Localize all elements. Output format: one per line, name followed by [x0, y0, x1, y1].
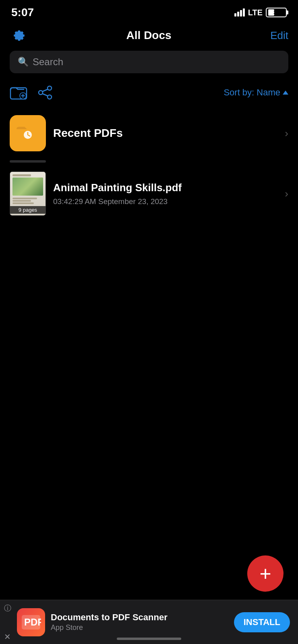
battery-icon: 37	[266, 8, 287, 17]
page-title: All Docs	[126, 29, 172, 42]
list-item[interactable]: 9 pages Animal Painting Skills.pdf 03:42…	[0, 166, 298, 221]
svg-line-7	[43, 89, 48, 91]
pages-badge: 9 pages	[10, 206, 46, 214]
svg-point-4	[48, 86, 52, 90]
search-container: 🔍 Search	[0, 51, 298, 81]
ad-text: Documents to PDF Scanner App Store	[51, 612, 228, 632]
file-list: Recent PDFs › 9 pages Animal Painting Sk…	[0, 109, 298, 221]
battery-level: 37	[273, 10, 279, 15]
status-icons: LTE 37	[234, 8, 287, 17]
status-bar: 5:07 LTE 37	[0, 0, 298, 23]
svg-point-5	[39, 91, 43, 95]
share-button[interactable]	[37, 85, 53, 101]
ad-install-button[interactable]: INSTALL	[234, 612, 290, 632]
ad-app-name: Documents to PDF Scanner	[51, 612, 228, 623]
file-name: Animal Painting Skills.pdf	[53, 181, 277, 195]
folder-icon	[10, 115, 46, 151]
ad-info-icon: ⓘ	[4, 603, 11, 613]
search-icon: 🔍	[18, 57, 29, 67]
add-document-button[interactable]: +	[247, 555, 284, 592]
file-meta: 03:42:29 AM September 23, 2023	[53, 197, 277, 206]
edit-button[interactable]: Edit	[270, 29, 288, 42]
folder-add-icon	[10, 84, 27, 101]
folder-info: Recent PDFs	[53, 127, 277, 140]
settings-button[interactable]	[10, 27, 27, 44]
ad-app-icon: PDF	[17, 608, 45, 636]
folder-name: Recent PDFs	[53, 127, 123, 139]
share-icon	[37, 85, 53, 100]
sort-button[interactable]: Sort by: Name	[224, 87, 288, 98]
divider	[0, 160, 298, 163]
search-input[interactable]: Search	[33, 56, 63, 68]
svg-text:PDF: PDF	[24, 617, 41, 627]
plus-icon: +	[259, 564, 271, 584]
gear-icon	[11, 28, 26, 43]
file-info: Animal Painting Skills.pdf 03:42:29 AM S…	[53, 181, 277, 206]
svg-point-6	[48, 95, 52, 99]
add-folder-button[interactable]	[10, 84, 27, 101]
list-item[interactable]: Recent PDFs ›	[0, 109, 298, 157]
svg-line-8	[43, 94, 48, 96]
recent-pdfs-folder-icon	[16, 121, 40, 145]
chevron-right-icon: ›	[285, 127, 288, 140]
sort-label: Sort by: Name	[224, 87, 280, 98]
ad-app-logo-icon: PDF	[21, 614, 41, 630]
signal-icon	[234, 8, 245, 17]
search-bar[interactable]: 🔍 Search	[10, 51, 288, 73]
status-time: 5:07	[11, 6, 34, 19]
ad-store-name: App Store	[51, 623, 228, 632]
lte-label: LTE	[248, 8, 263, 17]
header: All Docs Edit	[0, 23, 298, 51]
ad-close-button[interactable]: ✕	[4, 632, 11, 642]
chevron-right-icon: ›	[285, 188, 288, 200]
toolbar: Sort by: Name	[0, 81, 298, 109]
sort-arrow-icon	[283, 91, 288, 95]
toolbar-left	[10, 84, 53, 101]
home-indicator	[117, 638, 181, 640]
file-thumbnail: 9 pages	[10, 171, 46, 216]
